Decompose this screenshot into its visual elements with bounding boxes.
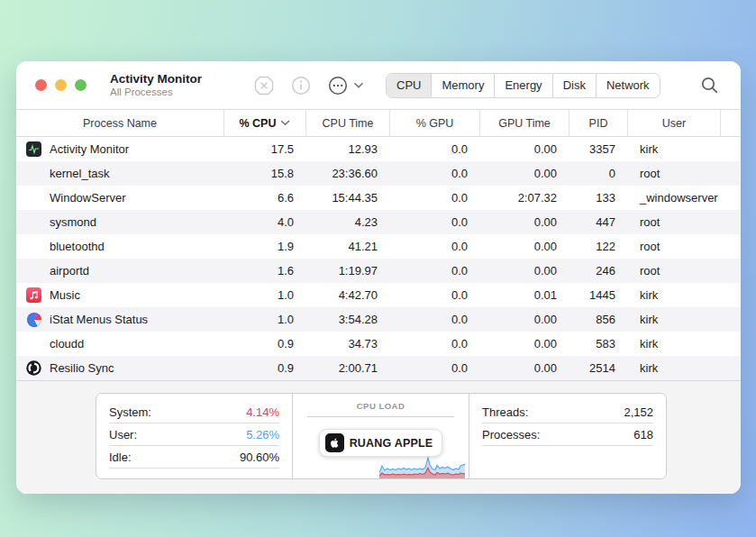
quit-process-button[interactable] [252,74,276,97]
system-value: 4.14% [246,405,279,419]
search-icon [700,76,719,95]
process-name: airportd [50,264,89,278]
cpu-value: 0.9 [224,356,306,380]
window-title-block: Activity Monitor All Processes [110,72,202,98]
cpu-time-value: 12.93 [306,137,390,161]
user-value: root [628,210,721,234]
user-value: root [628,259,721,283]
process-name: Music [50,288,80,302]
process-name: cloudd [50,337,84,350]
user-label: User: [109,428,137,441]
gpu-time-value: 0.00 [480,210,569,234]
table-row[interactable]: WindowServer 6.6 15:44.35 0.0 2:07.32 13… [16,186,741,210]
pid-value: 447 [569,210,628,234]
cpu-time-value: 1:19.97 [306,259,390,283]
threads-label: Threads: [482,405,528,419]
cpu-value: 4.0 [224,210,306,234]
process-name: bluetoothd [50,240,105,253]
user-value: root [628,234,721,259]
processes-stat-row: Processes: 618 [482,423,653,446]
pid-value: 3357 [569,137,628,161]
process-table: Activity Monitor 17.5 12.93 0.0 0.00 335… [16,137,741,380]
gpu-time-value: 0.00 [480,161,569,186]
gpu-value: 0.0 [390,186,480,210]
cpu-value: 0.9 [224,332,306,356]
activity-monitor-window: Activity Monitor All Processes [16,61,741,494]
table-row[interactable]: Music 1.0 4:42.70 0.0 0.01 1445 kirk [16,283,741,307]
column-header-pid[interactable]: PID [569,110,628,136]
column-header-gpu-time[interactable]: GPU Time [480,110,569,136]
user-value: kirk [628,307,721,332]
gpu-time-value: 0.00 [480,234,569,259]
table-row[interactable]: sysmond 4.0 4.23 0.0 0.00 447 root [16,210,741,234]
cpu-stats-box: System: 4.14% User: 5.26% Idle: 90.60% C… [96,393,667,479]
table-header: Process Name % CPU CPU Time % GPU GPU Ti… [16,110,741,137]
tab-energy[interactable]: Energy [495,74,552,97]
gpu-value: 0.0 [390,234,480,259]
cpu-time-value: 34.73 [306,332,390,356]
cpu-value: 6.6 [224,186,306,210]
system-label: System: [109,405,151,419]
tab-memory[interactable]: Memory [432,74,495,97]
cpu-value: 15.8 [224,161,306,186]
table-row[interactable]: Resilio Sync 0.9 2:00.71 0.0 0.00 2514 k… [16,356,741,380]
info-circle-icon [289,74,313,97]
table-row[interactable]: cloudd 0.9 34.73 0.0 0.00 583 kirk [16,332,741,356]
threads-section: Threads: 2,152 Processes: 618 [469,394,666,478]
istat-menus-app-icon [26,312,41,327]
gpu-time-value: 0.00 [480,332,569,356]
sort-chevron-down-icon [280,120,290,126]
cpu-time-value: 4:42.70 [306,283,390,307]
cpu-value: 1.0 [224,283,306,307]
table-row[interactable]: Activity Monitor 17.5 12.93 0.0 0.00 335… [16,137,741,161]
gpu-value: 0.0 [390,259,480,283]
table-row[interactable]: kernel_task 15.8 23:36.60 0.0 0.00 0 roo… [16,161,741,186]
gpu-time-value: 0.01 [480,283,569,307]
column-header-user[interactable]: User [628,110,721,136]
processes-label: Processes: [482,428,540,441]
user-value: kirk [628,332,721,356]
search-button[interactable] [697,74,721,97]
cpu-value: 1.6 [224,259,306,283]
toolbar: Activity Monitor All Processes [16,61,741,110]
gpu-value: 0.0 [390,283,480,307]
more-options-button[interactable] [326,74,364,97]
cpu-percent-section: System: 4.14% User: 5.26% Idle: 90.60% [96,394,292,478]
view-tabs: CPU Memory Energy Disk Network [386,73,660,98]
cpu-time-value: 2:00.71 [306,356,390,380]
table-row[interactable]: bluetoothd 1.9 41.21 0.0 0.00 122 root [16,234,741,259]
table-row[interactable]: iStat Menus Status 1.0 3:54.28 0.0 0.00 … [16,307,741,332]
close-button[interactable] [35,79,47,91]
cpu-time-value: 3:54.28 [306,307,390,332]
pid-value: 856 [569,307,628,332]
table-row[interactable]: airportd 1.6 1:19.97 0.0 0.00 246 root [16,259,741,283]
cpu-value: 17.5 [224,137,306,161]
toolbar-actions [252,74,364,97]
resilio-sync-app-icon [26,360,41,376]
cpu-time-value: 41.21 [306,234,390,259]
user-value: kirk [628,356,721,380]
window-title: Activity Monitor [110,72,202,86]
column-header-cpu[interactable]: % CPU [224,110,306,136]
pid-value: 583 [569,332,628,356]
user-value: _windowserver [628,186,721,210]
cpu-value: 1.0 [224,307,306,332]
system-stat-row: System: 4.14% [109,401,279,423]
column-header-process-name[interactable]: Process Name [16,110,224,136]
zoom-button[interactable] [75,79,87,91]
process-name: sysmond [50,215,96,229]
inspect-process-button[interactable] [289,74,313,97]
gpu-value: 0.0 [390,332,480,356]
user-value: 5.26% [246,428,279,441]
user-value: kirk [628,283,721,307]
tab-cpu[interactable]: CPU [387,74,432,97]
minimize-button[interactable] [55,79,67,91]
cpu-time-value: 15:44.35 [306,186,390,210]
gpu-value: 0.0 [390,137,480,161]
x-octagon-icon [252,74,276,97]
column-header-gpu[interactable]: % GPU [390,110,480,136]
user-value: kirk [628,137,721,161]
column-header-cpu-time[interactable]: CPU Time [306,110,390,136]
tab-network[interactable]: Network [597,74,660,97]
tab-disk[interactable]: Disk [553,74,597,97]
